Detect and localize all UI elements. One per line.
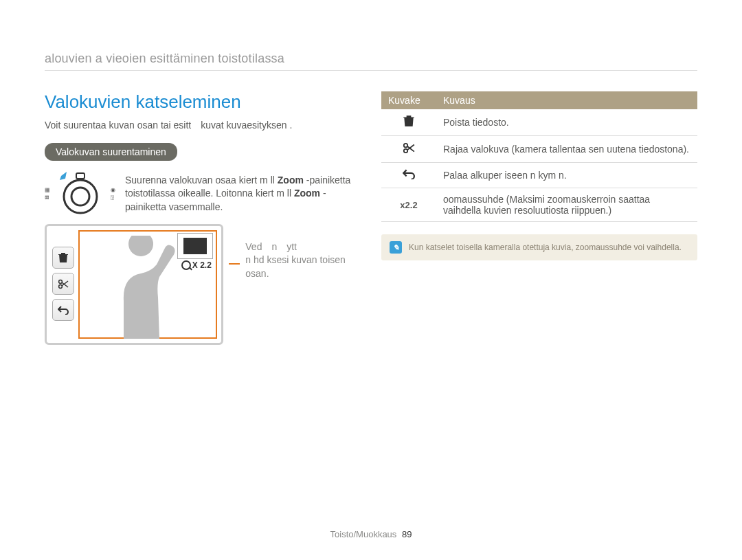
page-number: 89 — [402, 529, 412, 539]
table-row: Rajaa valokuva (kamera tallentaa sen uut… — [381, 136, 697, 163]
zoom-instruction: ▦⊠ ◉⍰ Suurenna valokuvan osaa kiert m ll… — [45, 172, 361, 216]
subsection-pill: Valokuvan suurentaminen — [45, 143, 177, 161]
row-desc: oomaussuhde (Maksimi zoomauskerroin saat… — [436, 188, 697, 222]
row-desc: Rajaa valokuva (kamera tallentaa sen uut… — [436, 136, 697, 163]
section-title: Valokuvien katseleminen — [45, 91, 361, 113]
callout-text: Ved n ytt n hd ksesi kuvan toisen osan. — [245, 240, 361, 281]
table-row: Palaa alkuper iseen n kym n. — [381, 163, 697, 188]
callout-line — [229, 263, 240, 265]
zoom-ratio-text: X 2.2 — [192, 260, 212, 270]
magnifier-icon — [181, 260, 191, 270]
camera-screen-preview: X 2.2 — [45, 224, 223, 345]
zoom-ratio-icon: x2.2 — [381, 188, 436, 222]
note-icon: ✎ — [390, 241, 402, 254]
note-text: Kun katselet toisella kameralla otettuja… — [409, 243, 682, 252]
scissors-icon — [381, 136, 436, 163]
crop-button[interactable] — [52, 273, 74, 295]
breadcrumb: alouvien a vieoien esittäminen toistotil… — [45, 52, 697, 71]
th-icon: Kuvake — [381, 91, 436, 109]
mode-icons-right: ◉⍰ — [111, 187, 115, 201]
svg-point-3 — [71, 188, 89, 205]
intro-text: Voit suurentaa kuvan osan tai esitt kuva… — [45, 120, 361, 131]
row-desc: Poista tiedosto. — [436, 109, 697, 136]
instruction-pre: Suurenna valokuvan osaa kiert m ll — [125, 175, 278, 186]
table-row: Poista tiedosto. — [381, 109, 697, 136]
note-box: ✎ Kun katselet toisella kameralla otettu… — [381, 234, 697, 260]
footer-label: Toisto/Muokkaus — [330, 529, 397, 539]
instruction-text: Suurenna valokuvan osaa kiert m ll Zoom … — [125, 174, 361, 214]
child-silhouette — [82, 236, 192, 339]
zoom-word-1: Zoom — [278, 175, 304, 186]
mode-icons: ▦⊠ — [45, 187, 50, 201]
zoom-word-2: Zoom — [294, 188, 320, 199]
row-desc: Palaa alkuper iseen n kym n. — [436, 163, 697, 188]
zoom-ratio-indicator: X 2.2 — [181, 260, 212, 270]
svg-rect-1 — [76, 173, 85, 179]
return-icon — [381, 163, 436, 188]
th-desc: Kuvaus — [436, 91, 697, 109]
camera-lens-icon — [60, 172, 101, 216]
icon-description-table: Kuvake Kuvaus Poista tiedosto. — [381, 91, 697, 222]
table-row: x2.2 oomaussuhde (Maksimi zoomauskerroin… — [381, 188, 697, 222]
trash-button[interactable] — [52, 247, 74, 269]
minimap — [177, 233, 213, 259]
return-button[interactable] — [52, 299, 74, 321]
svg-point-2 — [64, 180, 97, 213]
svg-marker-0 — [60, 172, 67, 180]
trash-icon — [381, 109, 436, 136]
page-footer: Toisto/Muokkaus 89 — [0, 529, 742, 539]
